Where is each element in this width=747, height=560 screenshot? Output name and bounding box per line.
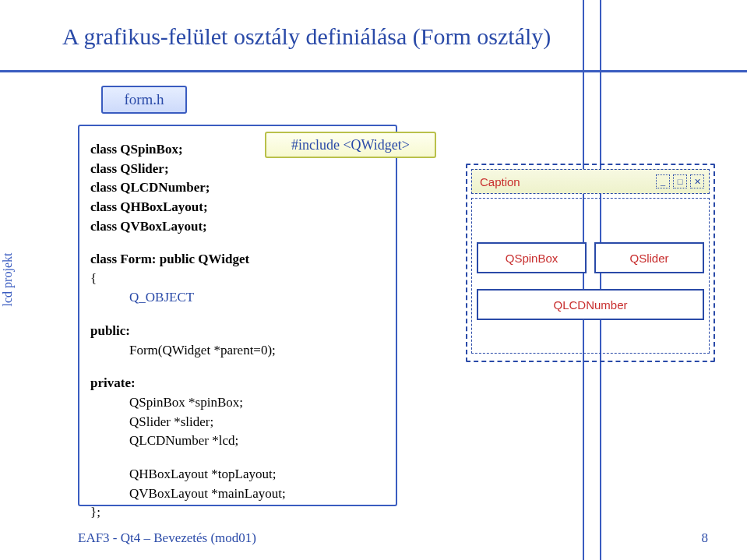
code-line: class Form: public QWidget bbox=[90, 252, 249, 266]
code-line: class QSlider; bbox=[90, 161, 169, 176]
code-line: class QLCDNumber; bbox=[90, 180, 210, 195]
side-label: lcd projekt bbox=[1, 253, 15, 307]
code-line: Q_OBJECT bbox=[129, 290, 194, 305]
top-divider bbox=[0, 70, 747, 72]
client-area: QSpinBox QSlider QLCDNumber bbox=[471, 198, 710, 354]
lcd-widget: QLCDNumber bbox=[477, 289, 704, 320]
code-line: }; bbox=[90, 505, 100, 519]
filename-label: form.h bbox=[101, 86, 187, 114]
code-line: QHBoxLayout *topLayout; bbox=[129, 467, 276, 481]
slider-widget: QSlider bbox=[594, 242, 704, 273]
code-line: QSlider *slider; bbox=[129, 414, 213, 429]
titlebar: Caption _ □ ✕ bbox=[471, 169, 710, 194]
code-block: class QSpinBox; class QSlider; class QLC… bbox=[78, 125, 397, 506]
code-line: QVBoxLayout *mainLayout; bbox=[129, 486, 286, 501]
include-text: #include <QWidget> bbox=[291, 137, 410, 153]
code-line: private: bbox=[90, 375, 136, 390]
code-line: { bbox=[90, 271, 97, 286]
include-callout: #include <QWidget> bbox=[265, 132, 436, 158]
spinbox-widget: QSpinBox bbox=[477, 242, 587, 273]
close-icon: ✕ bbox=[690, 174, 704, 188]
page-number: 8 bbox=[702, 530, 709, 546]
code-line: class QHBoxLayout; bbox=[90, 199, 208, 214]
caption-label: Caption bbox=[480, 175, 520, 188]
minimize-icon: _ bbox=[656, 174, 670, 188]
code-line: QLCDNumber *lcd; bbox=[129, 433, 238, 448]
code-line: QSpinBox *spinBox; bbox=[129, 395, 243, 410]
window-mockup: Caption _ □ ✕ QSpinBox QSlider QLCDNumbe… bbox=[466, 164, 715, 362]
footer-left: EAF3 - Qt4 – Bevezetés (mod01) bbox=[78, 530, 256, 546]
code-line: public: bbox=[90, 323, 130, 338]
code-line: class QSpinBox; bbox=[90, 142, 183, 157]
code-line: class QVBoxLayout; bbox=[90, 219, 207, 234]
code-line: Form(QWidget *parent=0); bbox=[129, 343, 276, 357]
maximize-icon: □ bbox=[673, 174, 687, 188]
slide-title: A grafikus-felület osztály definiálása (… bbox=[62, 23, 700, 50]
